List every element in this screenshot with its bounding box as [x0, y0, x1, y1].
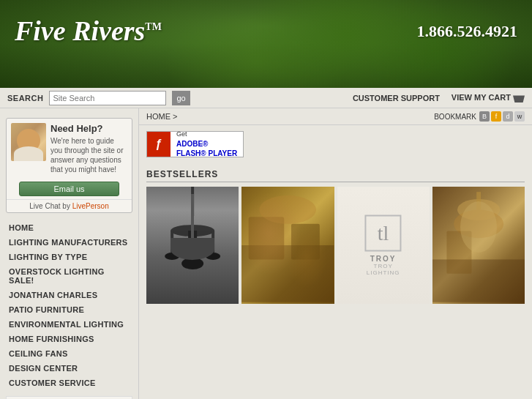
product-thumb-3[interactable]: tl TROY TROY LIGHTING	[337, 187, 430, 304]
svg-point-7	[181, 258, 203, 269]
svg-rect-4	[188, 231, 197, 260]
chandelier-scene-svg	[432, 187, 525, 304]
flash-get: Get	[176, 130, 187, 138]
cart-icon	[513, 94, 525, 102]
nav-item-jonathan-charles[interactable]: JONATHAN CHARLES	[0, 288, 138, 302]
room-scene-svg	[241, 187, 334, 304]
nav-item-lighting-manufacturers[interactable]: LIGHTING MANUFACTURERS	[0, 235, 138, 250]
troy-logo-subtext: TROY LIGHTING	[360, 263, 406, 276]
bookmark-bar: BOOKMARK B f d w	[434, 111, 525, 122]
troy-logo-mark: tl	[365, 215, 402, 252]
header: Five RiversTM 1.866.526.4921	[0, 0, 532, 88]
nav-item-ceiling-fans[interactable]: CEILING FANS	[0, 346, 138, 361]
breadcrumb: HOME >	[146, 112, 177, 121]
phone-number: 1.866.526.4921	[417, 22, 518, 41]
help-box: Need Help? We're here to guide you throu…	[6, 118, 132, 213]
newsletter-box: Newsletter Receive tips, ideas,	[6, 396, 132, 399]
customer-support-link[interactable]: CUSTOMER SUPPORT	[353, 94, 440, 102]
svg-rect-13	[476, 192, 481, 209]
bookmark-icon-2[interactable]: f	[491, 111, 501, 122]
sidebar: Need Help? We're here to guide you throu…	[0, 108, 139, 399]
svg-point-1	[171, 225, 214, 236]
flash-letter: ƒ	[156, 138, 162, 151]
search-label: SEARCH	[7, 94, 43, 102]
help-description: We're here to guide you through the site…	[50, 136, 127, 174]
site-logo[interactable]: Five RiversTM	[15, 15, 162, 47]
bestsellers-title: BESTSELLERS	[146, 169, 525, 182]
view-cart-link[interactable]: VIEW MY CART	[452, 93, 525, 102]
product-thumb-2[interactable]	[241, 187, 334, 304]
chandelier-svg	[146, 187, 239, 304]
help-avatar	[11, 123, 46, 161]
main-layout: Need Help? We're here to guide you throu…	[0, 108, 532, 399]
svg-point-14	[454, 209, 503, 238]
topbar-right: CUSTOMER SUPPORT VIEW MY CART	[353, 93, 525, 102]
help-inner: Need Help? We're here to guide you throu…	[7, 119, 132, 179]
nav-item-patio[interactable]: PATIO FURNITURE	[0, 302, 138, 317]
nav-item-overstock[interactable]: OVERSTOCK LIGHTING SALE!	[0, 264, 138, 288]
search-button[interactable]: go	[172, 91, 190, 105]
bestsellers-grid: tl TROY TROY LIGHTING	[146, 187, 525, 304]
livechat-text: Live Chat by LivePerson	[7, 199, 132, 212]
svg-rect-9	[249, 217, 285, 259]
svg-rect-10	[291, 224, 320, 260]
nav-item-design-center[interactable]: DESIGN CENTER	[0, 361, 138, 376]
product-thumb-4[interactable]	[432, 187, 525, 304]
svg-rect-2	[171, 231, 173, 253]
nav-item-environmental[interactable]: ENVIRONMENTAL LIGHTING	[0, 317, 138, 332]
bestsellers-section: BESTSELLERS	[146, 169, 525, 304]
help-title: Need Help?	[50, 123, 127, 134]
svg-point-11	[260, 195, 317, 224]
bookmark-icon-1[interactable]: B	[479, 111, 490, 122]
troy-logo: tl TROY TROY LIGHTING	[360, 215, 406, 276]
email-us-button[interactable]: Email us	[19, 182, 119, 196]
svg-point-5	[165, 253, 179, 260]
flash-icon: ƒ	[147, 132, 171, 157]
view-cart-text: VIEW MY CART	[452, 93, 511, 102]
logo-text: Five Rivers	[15, 15, 145, 46]
liveperson-link[interactable]: LivePerson	[72, 202, 109, 210]
nav-item-lighting-type[interactable]: LIGHTING BY TYPE	[0, 250, 138, 264]
flash-player-notice[interactable]: ƒ Get ADOBE® FLASH® PLAYER	[146, 131, 244, 157]
topbar: SEARCH go CUSTOMER SUPPORT VIEW MY CART	[0, 88, 532, 108]
svg-point-12	[457, 199, 500, 220]
nav-item-home[interactable]: HOME	[0, 220, 138, 235]
bookmark-icon-area: B f d w	[479, 111, 525, 122]
content-area: HOME > BOOKMARK B f d w ƒ Get ADOBE® F	[139, 108, 532, 399]
svg-rect-8	[241, 245, 334, 302]
nav-item-customer-service[interactable]: CUSTOMER SERVICE	[0, 376, 138, 390]
breadcrumb-bar: HOME > BOOKMARK B f d w	[139, 108, 532, 125]
search-input[interactable]	[49, 91, 166, 105]
flash-text: Get ADOBE® FLASH® PLAYER	[171, 130, 243, 158]
bookmark-icon-3[interactable]: d	[503, 111, 513, 122]
trademark-symbol: TM	[145, 21, 162, 32]
product-thumb-1[interactable]	[146, 187, 239, 304]
svg-rect-15	[432, 259, 525, 302]
help-text-area: Need Help? We're here to guide you throu…	[50, 123, 127, 174]
bookmark-label: BOOKMARK	[434, 113, 476, 121]
nav-menu: HOME LIGHTING MANUFACTURERS LIGHTING BY …	[0, 220, 138, 390]
livechat-prefix: Live Chat by	[29, 202, 72, 210]
flash-brand: ADOBE® FLASH® PLAYER	[176, 139, 237, 158]
troy-logo-text: TROY	[360, 255, 406, 263]
svg-rect-3	[211, 231, 214, 253]
bookmark-icon-4[interactable]: w	[514, 111, 525, 122]
nav-item-furnishings[interactable]: HOME FURNISHINGS	[0, 332, 138, 346]
svg-point-6	[206, 253, 220, 260]
svg-rect-0	[191, 187, 194, 216]
svg-rect-16	[446, 231, 471, 274]
